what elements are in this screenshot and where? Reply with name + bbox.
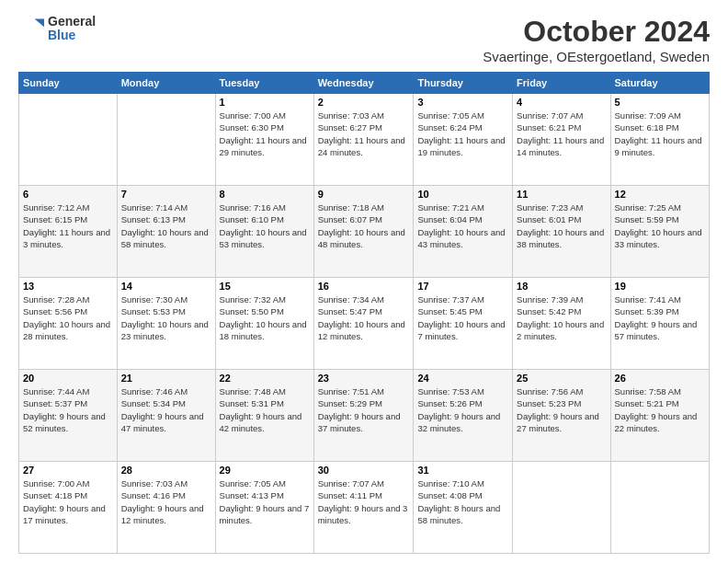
table-row: 12Sunrise: 7:25 AMSunset: 5:59 PMDayligh… bbox=[610, 186, 709, 278]
day-info: Sunrise: 7:48 AMSunset: 5:31 PMDaylight:… bbox=[220, 385, 310, 434]
day-info: Sunrise: 7:07 AMSunset: 4:11 PMDaylight:… bbox=[318, 477, 410, 526]
page: General Blue October 2024 Svaertinge, OE… bbox=[0, 0, 728, 563]
day-info: Sunrise: 7:05 AMSunset: 4:13 PMDaylight:… bbox=[220, 477, 310, 526]
table-row bbox=[19, 94, 118, 186]
header-sunday: Sunday bbox=[19, 73, 118, 94]
table-row: 19Sunrise: 7:41 AMSunset: 5:39 PMDayligh… bbox=[610, 278, 709, 370]
table-row: 27Sunrise: 7:00 AMSunset: 4:18 PMDayligh… bbox=[19, 462, 118, 554]
day-info: Sunrise: 7:07 AMSunset: 6:21 PMDaylight:… bbox=[517, 109, 606, 158]
day-info: Sunrise: 7:12 AMSunset: 6:15 PMDaylight:… bbox=[23, 201, 113, 250]
table-row: 5Sunrise: 7:09 AMSunset: 6:18 PMDaylight… bbox=[610, 94, 709, 186]
table-row: 11Sunrise: 7:23 AMSunset: 6:01 PMDayligh… bbox=[513, 186, 610, 278]
table-row: 18Sunrise: 7:39 AMSunset: 5:42 PMDayligh… bbox=[513, 278, 610, 370]
table-row: 9Sunrise: 7:18 AMSunset: 6:07 PMDaylight… bbox=[313, 186, 414, 278]
day-number: 23 bbox=[318, 373, 410, 384]
day-info: Sunrise: 7:37 AMSunset: 5:45 PMDaylight:… bbox=[417, 293, 508, 342]
table-row: 22Sunrise: 7:48 AMSunset: 5:31 PMDayligh… bbox=[215, 370, 313, 462]
table-row: 6Sunrise: 7:12 AMSunset: 6:15 PMDaylight… bbox=[19, 186, 118, 278]
day-info: Sunrise: 7:44 AMSunset: 5:37 PMDaylight:… bbox=[23, 385, 113, 434]
day-info: Sunrise: 7:21 AMSunset: 6:04 PMDaylight:… bbox=[417, 201, 508, 250]
table-row: 31Sunrise: 7:10 AMSunset: 4:08 PMDayligh… bbox=[414, 462, 513, 554]
header-friday: Friday bbox=[513, 73, 610, 94]
header-monday: Monday bbox=[117, 73, 215, 94]
svg-rect-1 bbox=[18, 19, 35, 39]
table-row: 20Sunrise: 7:44 AMSunset: 5:37 PMDayligh… bbox=[19, 370, 118, 462]
table-row: 3Sunrise: 7:05 AMSunset: 6:24 PMDaylight… bbox=[414, 94, 513, 186]
day-number: 6 bbox=[23, 189, 113, 200]
day-number: 20 bbox=[23, 373, 113, 384]
day-number: 1 bbox=[220, 97, 310, 108]
day-info: Sunrise: 7:32 AMSunset: 5:50 PMDaylight:… bbox=[220, 293, 310, 342]
day-number: 14 bbox=[121, 281, 211, 292]
table-row: 28Sunrise: 7:03 AMSunset: 4:16 PMDayligh… bbox=[117, 462, 215, 554]
day-number: 26 bbox=[615, 373, 705, 384]
logo-text: General Blue bbox=[48, 15, 96, 43]
page-title: October 2024 bbox=[483, 15, 710, 49]
table-row: 4Sunrise: 7:07 AMSunset: 6:21 PMDaylight… bbox=[513, 94, 610, 186]
table-row: 25Sunrise: 7:56 AMSunset: 5:23 PMDayligh… bbox=[513, 370, 610, 462]
table-row bbox=[117, 94, 215, 186]
table-row: 16Sunrise: 7:34 AMSunset: 5:47 PMDayligh… bbox=[313, 278, 414, 370]
logo-general: General bbox=[48, 15, 96, 29]
header: General Blue October 2024 Svaertinge, OE… bbox=[18, 15, 710, 64]
day-number: 29 bbox=[220, 465, 310, 476]
table-row: 29Sunrise: 7:05 AMSunset: 4:13 PMDayligh… bbox=[215, 462, 313, 554]
day-number: 19 bbox=[615, 281, 705, 292]
day-info: Sunrise: 7:09 AMSunset: 6:18 PMDaylight:… bbox=[615, 109, 705, 158]
day-info: Sunrise: 7:00 AMSunset: 6:30 PMDaylight:… bbox=[220, 109, 310, 158]
table-row: 8Sunrise: 7:16 AMSunset: 6:10 PMDaylight… bbox=[215, 186, 313, 278]
day-number: 3 bbox=[417, 97, 508, 108]
day-info: Sunrise: 7:51 AMSunset: 5:29 PMDaylight:… bbox=[318, 385, 410, 434]
logo: General Blue bbox=[18, 15, 96, 43]
table-row: 7Sunrise: 7:14 AMSunset: 6:13 PMDaylight… bbox=[117, 186, 215, 278]
day-info: Sunrise: 7:46 AMSunset: 5:34 PMDaylight:… bbox=[121, 385, 211, 434]
day-info: Sunrise: 7:23 AMSunset: 6:01 PMDaylight:… bbox=[517, 201, 606, 250]
table-row: 17Sunrise: 7:37 AMSunset: 5:45 PMDayligh… bbox=[414, 278, 513, 370]
day-number: 16 bbox=[318, 281, 410, 292]
calendar-header-row: Sunday Monday Tuesday Wednesday Thursday… bbox=[19, 73, 710, 94]
day-number: 10 bbox=[417, 189, 508, 200]
svg-marker-0 bbox=[35, 19, 45, 28]
day-number: 24 bbox=[417, 373, 508, 384]
day-info: Sunrise: 7:16 AMSunset: 6:10 PMDaylight:… bbox=[220, 201, 310, 250]
day-number: 17 bbox=[417, 281, 508, 292]
header-thursday: Thursday bbox=[414, 73, 513, 94]
table-row: 21Sunrise: 7:46 AMSunset: 5:34 PMDayligh… bbox=[117, 370, 215, 462]
table-row: 1Sunrise: 7:00 AMSunset: 6:30 PMDaylight… bbox=[215, 94, 313, 186]
day-info: Sunrise: 7:10 AMSunset: 4:08 PMDaylight:… bbox=[417, 477, 508, 526]
day-number: 15 bbox=[220, 281, 310, 292]
day-number: 28 bbox=[121, 465, 211, 476]
day-info: Sunrise: 7:00 AMSunset: 4:18 PMDaylight:… bbox=[23, 477, 113, 526]
day-number: 11 bbox=[517, 189, 606, 200]
day-info: Sunrise: 7:05 AMSunset: 6:24 PMDaylight:… bbox=[417, 109, 508, 158]
day-number: 25 bbox=[517, 373, 606, 384]
header-saturday: Saturday bbox=[610, 73, 709, 94]
table-row bbox=[610, 462, 709, 554]
logo-icon bbox=[18, 16, 44, 41]
day-info: Sunrise: 7:03 AMSunset: 6:27 PMDaylight:… bbox=[318, 109, 410, 158]
day-number: 5 bbox=[615, 97, 705, 108]
table-row: 13Sunrise: 7:28 AMSunset: 5:56 PMDayligh… bbox=[19, 278, 118, 370]
day-info: Sunrise: 7:53 AMSunset: 5:26 PMDaylight:… bbox=[417, 385, 508, 434]
day-info: Sunrise: 7:58 AMSunset: 5:21 PMDaylight:… bbox=[615, 385, 705, 434]
day-number: 2 bbox=[318, 97, 410, 108]
day-number: 31 bbox=[417, 465, 508, 476]
table-row: 30Sunrise: 7:07 AMSunset: 4:11 PMDayligh… bbox=[313, 462, 414, 554]
day-number: 22 bbox=[220, 373, 310, 384]
header-tuesday: Tuesday bbox=[215, 73, 313, 94]
day-number: 9 bbox=[318, 189, 410, 200]
calendar-table: Sunday Monday Tuesday Wednesday Thursday… bbox=[18, 72, 710, 554]
day-number: 13 bbox=[23, 281, 113, 292]
table-row: 10Sunrise: 7:21 AMSunset: 6:04 PMDayligh… bbox=[414, 186, 513, 278]
day-info: Sunrise: 7:28 AMSunset: 5:56 PMDaylight:… bbox=[23, 293, 113, 342]
day-info: Sunrise: 7:34 AMSunset: 5:47 PMDaylight:… bbox=[318, 293, 410, 342]
table-row: 15Sunrise: 7:32 AMSunset: 5:50 PMDayligh… bbox=[215, 278, 313, 370]
table-row: 14Sunrise: 7:30 AMSunset: 5:53 PMDayligh… bbox=[117, 278, 215, 370]
logo-blue: Blue bbox=[48, 29, 96, 42]
day-info: Sunrise: 7:39 AMSunset: 5:42 PMDaylight:… bbox=[517, 293, 606, 342]
day-info: Sunrise: 7:25 AMSunset: 5:59 PMDaylight:… bbox=[615, 201, 705, 250]
day-number: 21 bbox=[121, 373, 211, 384]
day-number: 18 bbox=[517, 281, 606, 292]
page-subtitle: Svaertinge, OEstergoetland, Sweden bbox=[483, 49, 710, 64]
day-number: 27 bbox=[23, 465, 113, 476]
